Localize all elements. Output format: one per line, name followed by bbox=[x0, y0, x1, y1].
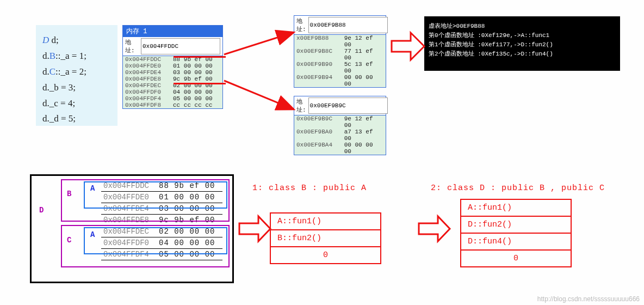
memory-row: 0x004FFDE403 00 00 00 bbox=[123, 69, 222, 76]
memory-row: x00EF9B889e 12 ef 00 bbox=[294, 35, 386, 48]
code-type-D: D bbox=[42, 35, 49, 45]
object-layout-D: D B C A A 0x004FFDDC88 9b ef 000x004FFDE… bbox=[30, 174, 234, 283]
memory-row: 0x00EF9B9C9e 12 ef 00 bbox=[294, 115, 386, 129]
watermark: http://blog.csdn.net/sssssuuuuu666 bbox=[537, 295, 640, 303]
rect-A-inB bbox=[84, 181, 227, 209]
mem3-addr-input[interactable] bbox=[308, 97, 388, 114]
mem3-rows: 0x00EF9B9C9e 12 ef 000x00EF9BA0a7 13 ef … bbox=[294, 115, 386, 155]
console-line: 第2个虚函数地址 :0Xef135c,->D::fun4() bbox=[429, 50, 616, 59]
vtable-D: A::fun1() D::fun2() D::fun4() 0 bbox=[460, 199, 572, 267]
vtable-entry: D::fun2() bbox=[461, 217, 571, 234]
vtable-entry: B::fun2() bbox=[271, 230, 380, 247]
console-line: 第1个虚函数地址 :0Xef1177,->D::fun2() bbox=[429, 40, 616, 50]
highlight-1 bbox=[174, 56, 226, 58]
code-l1: d; bbox=[49, 35, 58, 45]
mem1-addr-input[interactable] bbox=[141, 38, 220, 54]
block-arrow-2 bbox=[239, 216, 270, 241]
memory-panel-2: 地址: x00EF9B889e 12 ef 000x00EF9B8C77 11 … bbox=[294, 15, 386, 88]
memory-row: 0x004FFDF405 00 00 00 bbox=[123, 95, 222, 102]
memory-panel-1: 内存 1 地址: 0x004FFDDC88 9b ef 000x004FFDE0… bbox=[122, 25, 223, 109]
memory-row: 0x004FFDE001 00 00 00 bbox=[123, 63, 222, 69]
memory-row: 0x004FFDF8cc cc cc cc bbox=[123, 102, 222, 108]
vtable-entry: D::fun4() bbox=[461, 234, 571, 251]
vtable-entry: A::fun1() bbox=[461, 200, 571, 217]
block-arrow-1 bbox=[392, 33, 424, 60]
memory-row: 0x00EF9B9400 00 00 00 bbox=[294, 74, 386, 87]
memory-row: 0x00EF9BA0a7 13 ef 00 bbox=[294, 129, 386, 142]
memory-row: 0x004FFDE89c 9b ef 00 bbox=[123, 76, 222, 82]
console-line: 第0个虚函数地址 :0Xef129e,->A::func1 bbox=[429, 31, 616, 40]
highlight-2 bbox=[174, 83, 226, 84]
addr-label: 地址: bbox=[125, 38, 139, 54]
mem2-addr-input[interactable] bbox=[308, 17, 388, 33]
svg-line-1 bbox=[224, 81, 293, 109]
vtable-entry: A::fun1() bbox=[271, 213, 380, 230]
memory-row: 0x00EF9B905c 13 ef 00 bbox=[294, 61, 386, 74]
caption-1: 1: class B : public A bbox=[252, 184, 367, 193]
memory-row: 0x00EF9B8C77 11 ef 00 bbox=[294, 48, 386, 61]
caption-2: 2: class D : public B , public C bbox=[431, 184, 605, 193]
console-output: 虚表地址>00EF9B88 第0个虚函数地址 :0Xef129e,->A::fu… bbox=[424, 16, 620, 71]
console-line: 虚表地址>00EF9B88 bbox=[429, 22, 616, 31]
block-arrow-3 bbox=[419, 216, 450, 241]
vtable-entry: 0 bbox=[461, 251, 571, 266]
memory-panel-3: 地址: 0x00EF9B9C9e 12 ef 000x00EF9BA0a7 13… bbox=[294, 96, 386, 155]
rect-A-inC bbox=[84, 227, 227, 254]
memory-row: 0x004FFDF004 00 00 00 bbox=[123, 89, 222, 95]
addr-label: 地址: bbox=[296, 17, 306, 33]
mem1-rows: 0x004FFDDC88 9b ef 000x004FFDE001 00 00 … bbox=[123, 56, 222, 108]
memory-row: 0x00EF9BA400 00 00 00 bbox=[294, 142, 386, 155]
mem2-rows: x00EF9B889e 12 ef 000x00EF9B8C77 11 ef 0… bbox=[294, 35, 386, 87]
addr-label: 地址: bbox=[296, 97, 306, 114]
vtable-B: A::fun1() B::fun2() 0 bbox=[270, 212, 381, 264]
source-code-box: D d; d.B::_a = 1; d.C::_a = 2; d._b = 3;… bbox=[36, 25, 117, 126]
memory-panel-title: 内存 1 bbox=[123, 26, 222, 37]
label-D: D bbox=[39, 206, 44, 215]
svg-line-0 bbox=[224, 33, 293, 54]
vtable-entry: 0 bbox=[271, 247, 380, 263]
